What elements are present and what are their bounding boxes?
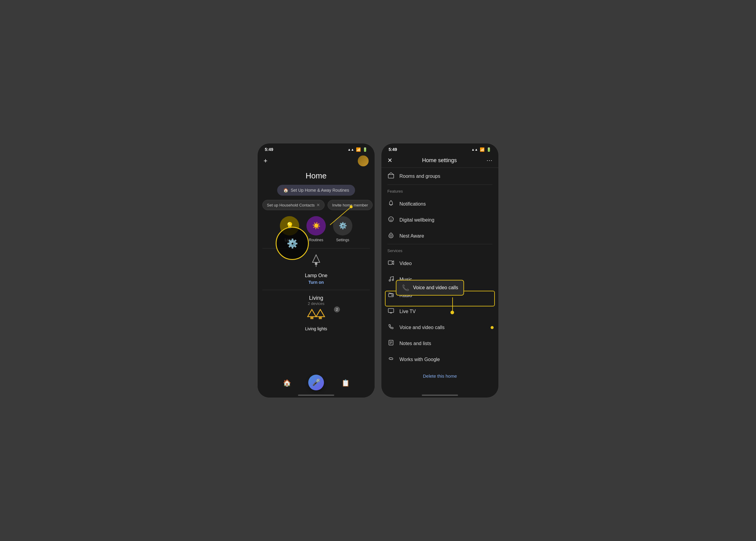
notifications-label: Notifications: [399, 201, 426, 207]
rooms-icon: [387, 172, 394, 180]
svg-point-19: [391, 294, 393, 296]
settings-item-notifications[interactable]: Notifications: [381, 196, 498, 212]
more-button[interactable]: ⋯: [486, 157, 492, 164]
lamp-section: Lamp One Turn on: [258, 253, 375, 285]
link-icon: [387, 356, 394, 363]
battery-icon-right: 🔋: [486, 147, 491, 152]
svg-rect-6: [319, 317, 322, 319]
voice-tooltip: 📞 Voice and video calls: [396, 280, 464, 295]
smiley-icon: [387, 216, 394, 224]
voice-tooltip-icon: 📞: [402, 284, 409, 291]
mic-fab[interactable]: 🎤: [308, 375, 324, 390]
bell-icon: [387, 200, 394, 208]
close-button[interactable]: ✕: [387, 157, 392, 164]
routine-button[interactable]: 🏠 Set Up Home & Away Routines: [277, 185, 356, 196]
battery-icon: 🔋: [363, 147, 368, 152]
living-badge: 2: [334, 306, 340, 312]
wifi-icon-right: 📶: [480, 147, 484, 152]
status-bar-left: 5:49 ▲▲ 📶 🔋: [258, 143, 375, 154]
lamp-name: Lamp One: [264, 273, 369, 278]
mic-icon: 🎤: [312, 378, 320, 386]
living-lights-icons: 2: [258, 309, 375, 324]
chip-household-label: Set up Household Contacts: [267, 203, 315, 208]
settings-item-voice-calls[interactable]: Voice and video calls: [381, 319, 498, 335]
signal-icon: ▲▲: [348, 148, 354, 151]
chip-household[interactable]: Set up Household Contacts ✕: [262, 200, 325, 210]
svg-point-12: [390, 218, 390, 219]
nest-icon: [387, 232, 394, 240]
nav-home[interactable]: 🏠: [283, 379, 291, 387]
phone-icon: [387, 324, 394, 331]
turn-on-button[interactable]: Turn on: [308, 280, 324, 285]
device-item-routines[interactable]: ☀️ Routines: [307, 216, 326, 242]
home-indicator: [298, 394, 334, 396]
tv-icon: [387, 307, 394, 315]
lamp-info: Lamp One Turn on: [264, 253, 369, 285]
settings-item-digital-wellbeing[interactable]: Digital wellbeing: [381, 212, 498, 228]
routines-icon: ☀️: [312, 222, 320, 230]
annotation-arrow: [327, 204, 363, 228]
features-label: Features: [381, 185, 498, 196]
left-content: + Home 🏠 Set Up Home & Away Routines Set…: [258, 154, 375, 393]
settings-item-livetv[interactable]: Live TV: [381, 303, 498, 319]
house-icon: 🏠: [283, 188, 288, 193]
notes-icon: [387, 340, 394, 347]
notes-label: Notes and lists: [399, 341, 431, 346]
svg-point-8: [350, 205, 353, 208]
svg-point-16: [392, 279, 394, 281]
delete-home-button[interactable]: Delete this home: [381, 367, 498, 385]
header-title: Home settings: [422, 157, 457, 164]
digital-wellbeing-label: Digital wellbeing: [399, 217, 434, 223]
video-icon: [387, 260, 394, 267]
status-icons-left: ▲▲ 📶 🔋: [348, 147, 368, 152]
settings-overlay-circle: ⚙️: [276, 227, 309, 260]
settings-item-video[interactable]: Video: [381, 256, 498, 271]
works-with-google-label: Works with Google: [399, 357, 440, 362]
divider-2: [262, 290, 370, 290]
signal-icon-right: ▲▲: [471, 148, 478, 151]
svg-rect-1: [315, 263, 317, 265]
settings-item-notes[interactable]: Notes and lists: [381, 335, 498, 351]
routine-btn-label: Set Up Home & Away Routines: [291, 188, 349, 193]
chip-close-icon[interactable]: ✕: [317, 203, 320, 208]
add-button[interactable]: +: [264, 157, 268, 165]
living-devices: 2 devices: [258, 301, 375, 306]
rooms-item[interactable]: Rooms and groups: [381, 168, 498, 185]
settings-item-works-with-google[interactable]: Works with Google: [381, 351, 498, 367]
radio-icon: [387, 291, 394, 299]
avatar[interactable]: [358, 156, 369, 166]
status-bar-right: 5:49 ▲▲ 📶 🔋: [381, 143, 498, 154]
svg-rect-14: [388, 261, 392, 265]
music-icon: [387, 275, 394, 283]
settings-label: Settings: [336, 238, 349, 242]
living-title: Living: [258, 295, 375, 301]
living-lights-label: Living lights: [258, 326, 375, 331]
home-title: Home: [258, 171, 375, 181]
wifi-icon: 📶: [356, 147, 361, 152]
routines-label: Routines: [309, 238, 323, 242]
services-label: Services: [381, 244, 498, 256]
status-icons-right: ▲▲ 📶 🔋: [471, 147, 491, 152]
nest-aware-label: Nest Aware: [399, 234, 424, 239]
svg-marker-0: [313, 255, 320, 263]
top-bar-left: +: [258, 154, 375, 169]
svg-point-13: [391, 218, 392, 219]
home-indicator-right: [422, 394, 458, 396]
living-section: Living 2 devices: [258, 295, 375, 331]
svg-point-15: [389, 280, 391, 281]
settings-item-nest-aware[interactable]: Nest Aware: [381, 228, 498, 244]
lamp-icon: [264, 253, 369, 271]
svg-point-11: [388, 217, 393, 222]
svg-rect-4: [311, 317, 314, 319]
svg-marker-5: [316, 309, 325, 317]
svg-rect-9: [388, 175, 394, 178]
list-nav-icon: 📋: [342, 379, 350, 387]
bottom-nav: 🏠 🎤 📋: [258, 373, 375, 398]
video-label: Video: [399, 261, 412, 266]
settings-overlay-icon: ⚙️: [287, 238, 298, 249]
home-nav-icon: 🏠: [283, 379, 291, 387]
voice-tooltip-text: Voice and video calls: [413, 285, 458, 290]
nav-list[interactable]: 📋: [342, 379, 350, 387]
tooltip-arrow-line: [452, 297, 453, 311]
tooltip-arrow-dot: [450, 311, 454, 314]
